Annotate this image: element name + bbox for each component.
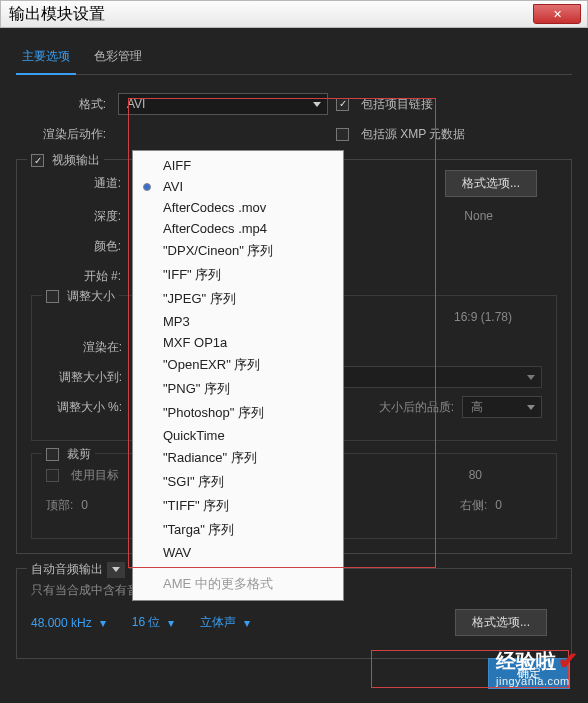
- video-output-label: 视频输出: [52, 152, 100, 169]
- resize-label: 调整大小: [67, 288, 115, 305]
- tab-bar: 主要选项 色彩管理: [16, 44, 572, 75]
- chevron-down-icon: ▾: [244, 616, 250, 630]
- dd-item-targa[interactable]: "Targa" 序列: [133, 518, 343, 542]
- dd-item-aiff[interactable]: AIFF: [133, 155, 343, 176]
- video-format-options-button[interactable]: 格式选项...: [445, 170, 537, 197]
- auto-audio-label: 自动音频输出: [31, 561, 107, 578]
- channel-label: 通道:: [31, 175, 121, 192]
- aspect-info: 16:9 (1.78): [454, 310, 512, 324]
- dd-item-mxf[interactable]: MXF OP1a: [133, 332, 343, 353]
- chevron-down-icon: ▾: [168, 616, 174, 630]
- dd-item-dpx[interactable]: "DPX/Cineon" 序列: [133, 239, 343, 263]
- depth-value: None: [464, 209, 493, 223]
- resize-quality-select[interactable]: 高: [462, 396, 542, 418]
- crop-top-label: 顶部:: [46, 497, 73, 514]
- dd-item-jpeg[interactable]: "JPEG" 序列: [133, 287, 343, 311]
- dd-item-aftercodecs-mp4[interactable]: AfterCodecs .mp4: [133, 218, 343, 239]
- post-render-label: 渲染后动作:: [16, 126, 106, 143]
- dd-item-ame-more: AME 中的更多格式: [133, 572, 343, 596]
- include-project-link-label: 包括项目链接: [361, 96, 433, 113]
- tab-color-management[interactable]: 色彩管理: [88, 44, 148, 74]
- format-select-value: AVI: [127, 97, 145, 111]
- color-label: 颜色:: [31, 238, 121, 255]
- include-xmp-label: 包括源 XMP 元数据: [361, 126, 465, 143]
- dd-item-sgi[interactable]: "SGI" 序列: [133, 470, 343, 494]
- use-target-label: 使用目标: [71, 467, 119, 484]
- crop-top-value: 0: [81, 498, 88, 512]
- close-button[interactable]: ✕: [533, 4, 581, 24]
- dd-item-iff[interactable]: "IFF" 序列: [133, 263, 343, 287]
- resize-to-select[interactable]: [342, 366, 542, 388]
- dd-item-openexr[interactable]: "OpenEXR" 序列: [133, 353, 343, 377]
- dd-item-tiff[interactable]: "TIFF" 序列: [133, 494, 343, 518]
- crop-right-value: 0: [495, 498, 502, 512]
- chevron-down-icon: [527, 405, 535, 410]
- auto-audio-dropdown[interactable]: [107, 562, 125, 578]
- window-body: 主要选项 色彩管理 格式: AVI 包括项目链接 渲染后动作: 包括源 XMP …: [0, 28, 588, 703]
- dropdown-separator: [133, 567, 343, 568]
- format-dropdown-menu: AIFF AVI AfterCodecs .mov AfterCodecs .m…: [132, 150, 344, 601]
- dd-item-png[interactable]: "PNG" 序列: [133, 377, 343, 401]
- video-output-checkbox[interactable]: [31, 154, 44, 167]
- dd-item-avi[interactable]: AVI: [133, 176, 343, 197]
- dd-item-quicktime[interactable]: QuickTime: [133, 425, 343, 446]
- crop-right-label: 右侧:: [460, 497, 487, 514]
- tab-main-options[interactable]: 主要选项: [16, 44, 76, 75]
- watermark-cn: 经验啦: [496, 648, 556, 675]
- dd-item-mp3[interactable]: MP3: [133, 311, 343, 332]
- audio-format-options-button[interactable]: 格式选项...: [455, 609, 547, 636]
- dd-item-aftercodecs-mov[interactable]: AfterCodecs .mov: [133, 197, 343, 218]
- audio-bit-select[interactable]: 16 位: [132, 614, 161, 631]
- resize-pct-label: 调整大小 %:: [46, 399, 122, 416]
- watermark: 经验啦✔ jingyanla.com: [496, 647, 578, 687]
- window-title: 输出模块设置: [9, 4, 105, 25]
- resize-to-label: 调整大小到:: [46, 369, 122, 386]
- include-project-link-checkbox[interactable]: [336, 98, 349, 111]
- resize-checkbox[interactable]: [46, 290, 59, 303]
- chevron-down-icon: ▾: [100, 616, 106, 630]
- depth-label: 深度:: [31, 208, 121, 225]
- watermark-en: jingyanla.com: [496, 675, 578, 687]
- crop-eighty: 80: [469, 468, 482, 482]
- titlebar: 输出模块设置 ✕: [0, 0, 588, 28]
- dd-item-radiance[interactable]: "Radiance" 序列: [133, 446, 343, 470]
- format-select[interactable]: AVI: [118, 93, 328, 115]
- resize-quality-label: 大小后的品质:: [379, 399, 454, 416]
- crop-label: 裁剪: [67, 446, 91, 463]
- chevron-down-icon: [313, 102, 321, 107]
- format-section: 格式: AVI 包括项目链接 渲染后动作: 包括源 XMP 元数据: [16, 93, 572, 145]
- include-xmp-checkbox[interactable]: [336, 128, 349, 141]
- dd-item-photoshop[interactable]: "Photoshop" 序列: [133, 401, 343, 425]
- render-at-label: 渲染在:: [46, 339, 122, 356]
- audio-stereo-select[interactable]: 立体声: [200, 614, 236, 631]
- check-icon: ✔: [558, 647, 578, 675]
- format-label: 格式:: [16, 96, 106, 113]
- dd-item-wav[interactable]: WAV: [133, 542, 343, 563]
- start-num-label: 开始 #:: [31, 268, 121, 285]
- chevron-down-icon: [527, 375, 535, 380]
- use-target-checkbox[interactable]: [46, 469, 59, 482]
- audio-khz-select[interactable]: 48.000 kHz: [31, 616, 92, 630]
- resize-quality-value: 高: [471, 399, 483, 416]
- close-icon: ✕: [553, 8, 562, 21]
- crop-checkbox[interactable]: [46, 448, 59, 461]
